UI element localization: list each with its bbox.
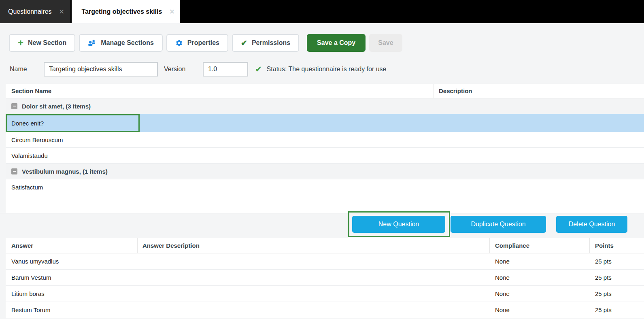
tab-questionnaires[interactable]: Questionnaires ×	[0, 0, 70, 23]
points-cell: 25 pts	[590, 290, 644, 297]
sections-table-empty-space	[6, 195, 644, 213]
version-input[interactable]	[203, 62, 248, 77]
new-question-button[interactable]: New Question	[352, 216, 445, 233]
section-row[interactable]: Circum Berouscum	[6, 132, 644, 148]
button-label: Save	[378, 39, 393, 47]
delete-question-button[interactable]: Delete Question	[556, 216, 627, 233]
section-group-row[interactable]: Dolor sit amet, (3 items)	[6, 98, 644, 114]
button-label: Permissions	[252, 39, 290, 47]
section-row-label: Satisfactum	[11, 184, 43, 191]
answers-table-header: Answer Answer Description Compliance Poi…	[6, 238, 644, 253]
answer-cell: Bestum Torum	[6, 306, 138, 313]
plus-icon: +	[18, 38, 23, 47]
compliance-cell: None	[490, 274, 590, 281]
status-text: Status: The questionnaire is ready for u…	[267, 66, 387, 73]
section-row-label: Vestibulum magnus, (1 items)	[22, 168, 108, 175]
compliance-cell: None	[490, 258, 590, 265]
answer-cell: Vanus umyvadlus	[6, 258, 138, 265]
points-cell: 25 pts	[590, 306, 644, 313]
column-header-section-name: Section Name	[6, 84, 434, 98]
name-input[interactable]	[44, 62, 158, 77]
tab-label: Targeting objectives skills	[81, 8, 162, 15]
answer-row[interactable]: Litium borasNone25 pts	[6, 286, 644, 302]
answer-cell: Barum Vestum	[6, 274, 138, 281]
question-actions-panel: New Question Duplicate Question Delete Q…	[0, 213, 644, 238]
column-header-points: Points	[590, 238, 644, 253]
duplicate-question-button[interactable]: Duplicate Question	[451, 216, 546, 233]
check-icon: ✔	[241, 39, 247, 47]
name-label: Name	[10, 66, 44, 73]
answer-row[interactable]: Bestum TorumNone25 pts	[6, 302, 644, 318]
tab-targeting-objectives-skills[interactable]: Targeting objectives skills ×	[72, 0, 180, 23]
collapse-icon[interactable]	[11, 168, 17, 174]
sections-table: Section Name Description Dolor sit amet,…	[6, 84, 644, 213]
column-header-answer-description: Answer Description	[138, 238, 490, 253]
points-cell: 25 pts	[590, 274, 644, 281]
new-section-button[interactable]: + New Section	[9, 34, 75, 52]
section-row-label: Valamistaudu	[11, 152, 48, 159]
column-header-description: Description	[434, 84, 644, 98]
compliance-cell: None	[490, 290, 590, 297]
close-icon[interactable]: ×	[59, 7, 64, 16]
section-row[interactable]: Valamistaudu	[6, 148, 644, 164]
toolbar: + New Section Manage Sections Properties…	[9, 34, 644, 52]
properties-button[interactable]: Properties	[166, 34, 228, 52]
close-icon[interactable]: ×	[169, 7, 174, 16]
tab-bar: Questionnaires × Targeting objectives sk…	[0, 0, 644, 23]
section-row[interactable]: Satisfactum	[6, 179, 644, 195]
answers-table-body: Vanus umyvadlusNone25 ptsBarum VestumNon…	[6, 253, 644, 318]
permissions-button[interactable]: ✔ Permissions	[232, 34, 299, 52]
gear-icon	[175, 39, 183, 47]
section-group-row[interactable]: Vestibulum magnus, (1 items)	[6, 164, 644, 179]
save-a-copy-button[interactable]: Save a Copy	[307, 34, 366, 52]
sections-table-header: Section Name Description	[6, 84, 644, 98]
button-label: Properties	[187, 39, 219, 47]
save-button[interactable]: Save	[369, 34, 402, 52]
people-icon	[88, 40, 96, 47]
collapse-icon[interactable]	[11, 103, 17, 109]
answer-cell: Litium boras	[6, 290, 138, 297]
section-row[interactable]: Donec enit?	[6, 114, 644, 132]
section-row-label: Dolor sit amet, (3 items)	[22, 103, 91, 110]
button-label: Save a Copy	[317, 39, 355, 47]
sections-table-body: Dolor sit amet, (3 items)Donec enit?Circ…	[6, 98, 644, 195]
button-label: New Section	[28, 39, 66, 47]
answer-row[interactable]: Barum VestumNone25 pts	[6, 270, 644, 286]
answers-table: Answer Answer Description Compliance Poi…	[6, 238, 644, 318]
manage-sections-button[interactable]: Manage Sections	[79, 34, 163, 52]
version-label: Version	[164, 66, 203, 73]
column-header-answer: Answer	[6, 238, 138, 253]
compliance-cell: None	[490, 306, 590, 313]
column-header-compliance: Compliance	[490, 238, 590, 253]
section-row-label: Donec enit?	[11, 120, 44, 127]
questionnaire-form-row: Name Version ✔ Status: The questionnaire…	[10, 62, 644, 77]
button-label: Manage Sections	[101, 39, 154, 47]
points-cell: 25 pts	[590, 258, 644, 265]
answer-row[interactable]: Vanus umyvadlusNone25 pts	[6, 253, 644, 270]
tab-label: Questionnaires	[8, 8, 52, 15]
section-row-label: Circum Berouscum	[11, 136, 63, 143]
status-check-icon: ✔	[255, 64, 262, 74]
